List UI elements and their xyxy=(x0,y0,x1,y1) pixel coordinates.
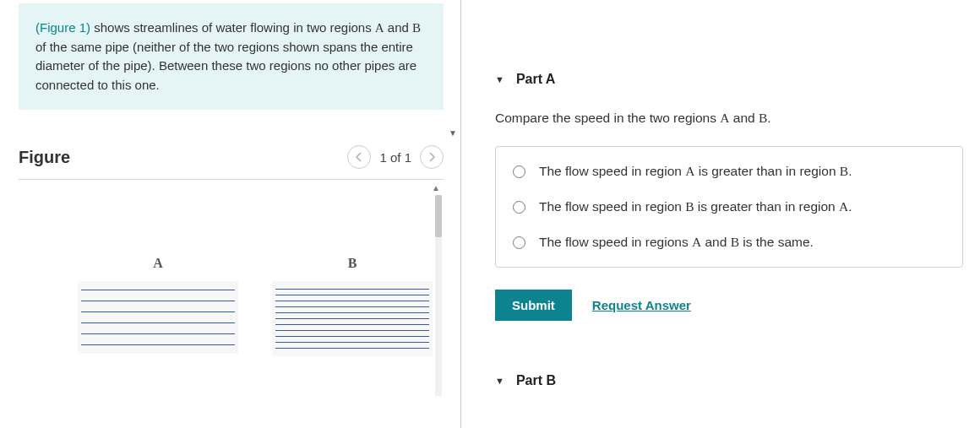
choice-3[interactable]: The flow speed in regions A and B is the… xyxy=(496,225,962,260)
part-a-header[interactable]: ▼ Part A xyxy=(495,63,963,95)
choice-2[interactable]: The flow speed in region B is greater th… xyxy=(496,189,962,225)
figure-region-b: B xyxy=(272,256,433,356)
problem-statement: (Figure 1) shows streamlines of water fl… xyxy=(19,3,444,110)
figure-link[interactable]: (Figure 1) xyxy=(35,20,90,35)
prompt-a: A xyxy=(720,111,729,125)
caret-down-icon: ▼ xyxy=(495,376,504,386)
choice-3-text: The flow speed in regions A and B is the… xyxy=(539,235,814,250)
scroll-down-icon[interactable]: ▼ xyxy=(449,128,457,138)
part-a-prompt: Compare the speed in the two regions A a… xyxy=(495,111,963,126)
part-a-content: Compare the speed in the two regions A a… xyxy=(495,95,963,321)
figure-label-b: B xyxy=(272,256,433,271)
part-a-title: Part A xyxy=(516,72,556,87)
part-a-block: ▼ Part A Compare the speed in the two re… xyxy=(495,63,963,321)
request-answer-link[interactable]: Request Answer xyxy=(592,298,691,312)
figure-scrollbar-thumb[interactable] xyxy=(435,195,442,237)
choice-1-text: The flow speed in region A is greater th… xyxy=(539,164,852,179)
streamlines-b xyxy=(272,281,433,356)
figure-label-a: A xyxy=(78,256,238,271)
submit-button[interactable]: Submit xyxy=(495,290,572,321)
chevron-left-icon xyxy=(356,152,362,162)
choice-2-radio[interactable] xyxy=(513,201,525,214)
pager-text: 1 of 1 xyxy=(379,150,411,165)
prompt-pre: Compare the speed in the two regions xyxy=(495,111,720,125)
part-b-block: ▼ Part B xyxy=(495,365,963,414)
problem-text-1: shows streamlines of water flowing in tw… xyxy=(90,20,375,35)
streamlines-a xyxy=(78,281,238,354)
prompt-b: B xyxy=(759,111,767,125)
part-b-title: Part B xyxy=(516,373,556,388)
prompt-mid: and xyxy=(729,111,758,125)
choice-1-radio[interactable] xyxy=(513,165,525,178)
figure-pager: 1 of 1 xyxy=(347,145,444,169)
right-pane: ▼ Part A Compare the speed in the two re… xyxy=(461,0,980,428)
figure-body: ▲ A B xyxy=(19,180,444,399)
region-a-symbol: A xyxy=(375,21,384,35)
choice-2-text: The flow speed in region B is greater th… xyxy=(539,199,852,214)
prev-figure-button[interactable] xyxy=(347,145,371,169)
left-pane: (Figure 1) shows streamlines of water fl… xyxy=(0,0,460,428)
chevron-right-icon xyxy=(428,152,435,162)
prompt-post: . xyxy=(767,111,770,125)
figure-header: Figure 1 of 1 xyxy=(19,145,444,180)
choice-1[interactable]: The flow speed in region A is greater th… xyxy=(496,154,962,189)
figure-region-a: A xyxy=(78,256,238,356)
caret-down-icon: ▼ xyxy=(495,74,504,84)
part-a-actions: Submit Request Answer xyxy=(495,290,963,321)
problem-text-2: and xyxy=(384,20,412,35)
next-figure-button[interactable] xyxy=(420,145,444,169)
part-b-header[interactable]: ▼ Part B xyxy=(495,365,963,397)
choices-group: The flow speed in region A is greater th… xyxy=(495,146,963,268)
region-b-symbol: B xyxy=(412,21,421,35)
figure-regions: A B xyxy=(19,256,444,356)
scroll-up-icon[interactable]: ▲ xyxy=(432,183,440,192)
problem-text-3: of the same pipe (neither of the two reg… xyxy=(35,40,416,92)
figure-title: Figure xyxy=(19,148,70,167)
choice-3-radio[interactable] xyxy=(513,236,525,249)
